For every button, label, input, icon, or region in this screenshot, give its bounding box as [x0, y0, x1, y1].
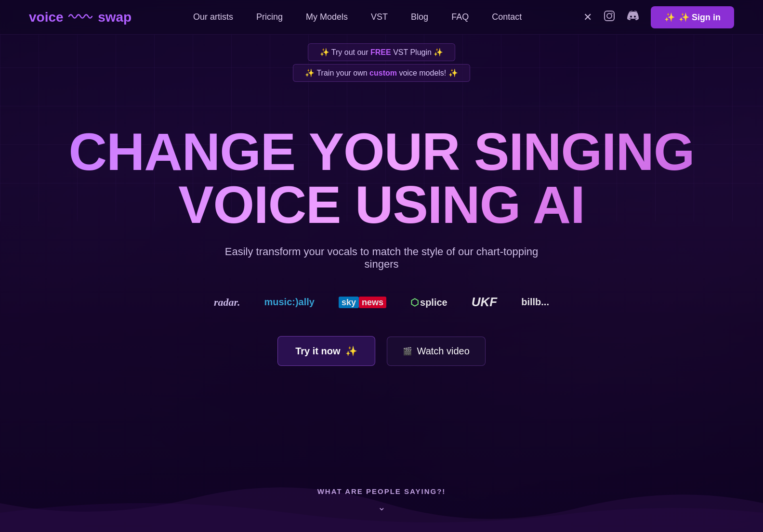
what-people-saying-label: WHAT ARE PEOPLE SAYING?!: [317, 487, 446, 495]
logo-wave-icon: [68, 10, 97, 25]
logo-text: voice swap: [29, 10, 132, 25]
hero-title-line1: CHANGE YOUR SINGING: [68, 125, 694, 178]
nav-contact[interactable]: Contact: [492, 12, 522, 22]
news-label: news: [359, 297, 386, 308]
nav-faq[interactable]: FAQ: [451, 12, 469, 22]
signin-icon: ✨: [664, 12, 675, 23]
twitter-icon[interactable]: ✕: [583, 11, 592, 24]
try-now-button[interactable]: Try it now ✨: [277, 336, 375, 366]
sky-label: sky: [339, 297, 359, 308]
hero-section: CHANGE YOUR SINGING VOICE USING AI Easil…: [0, 87, 763, 385]
hero-subtitle: Easily transform your vocals to match th…: [213, 246, 550, 271]
logo-voice: voice: [29, 10, 64, 25]
try-now-label: Try it now: [295, 346, 340, 357]
nav-vst[interactable]: VST: [371, 12, 388, 22]
press-logo-billboard: billb...: [521, 297, 549, 308]
press-logo-ukf: UKF: [472, 295, 497, 310]
hero-title-line2: VOICE USING AI: [68, 178, 694, 231]
logo-swap: swap: [98, 10, 132, 25]
press-logo-sky-news: skynews: [339, 297, 386, 308]
nav-links: Our artists Pricing My Models VST Blog F…: [193, 12, 522, 22]
watch-video-button[interactable]: 🎬 Watch video: [387, 337, 486, 366]
navbar: voice swap Our artists Pricing My Models…: [0, 0, 763, 35]
press-logo-splice: ⬡splice: [410, 297, 447, 308]
hero-title: CHANGE YOUR SINGING VOICE USING AI: [68, 125, 694, 231]
instagram-icon[interactable]: [604, 10, 615, 25]
splice-diamond-icon: ⬡: [410, 297, 419, 308]
chevron-down-icon[interactable]: ⌄: [378, 501, 386, 513]
press-logos: radar. music:)ally skynews ⬡splice UKF b…: [214, 295, 549, 310]
signin-button[interactable]: ✨ ✨ Sign in: [651, 6, 734, 28]
announcement-2: ✨ Train your own custom voice models! ✨: [293, 64, 470, 82]
nav-blog[interactable]: Blog: [411, 12, 428, 22]
signin-label: ✨ Sign in: [679, 12, 721, 23]
announcement-2-prefix: ✨ Train your own: [305, 69, 369, 77]
svg-point-2: [611, 13, 612, 13]
announcements: ✨ Try out our FREE VST Plugin ✨ ✨ Train …: [0, 35, 763, 87]
announcement-2-highlight: custom: [369, 69, 397, 77]
svg-point-1: [607, 13, 612, 18]
watch-video-label: Watch video: [417, 346, 470, 357]
press-logo-music-ally: music:)ally: [264, 297, 314, 308]
discord-icon[interactable]: [627, 11, 639, 24]
announcement-1: ✨ Try out our FREE VST Plugin ✨: [308, 43, 456, 61]
press-logo-radar: radar.: [214, 296, 240, 309]
announcement-1-prefix: ✨ Try out our: [320, 48, 370, 56]
video-play-icon: 🎬: [403, 347, 412, 356]
bottom-section: WHAT ARE PEOPLE SAYING?! ⌄: [0, 487, 763, 513]
announcement-2-suffix: voice models! ✨: [399, 69, 458, 77]
announcement-1-suffix: VST Plugin ✨: [393, 48, 443, 56]
nav-pricing[interactable]: Pricing: [256, 12, 283, 22]
nav-right: ✕ ✨ ✨ Sign in: [583, 6, 734, 28]
cta-buttons: Try it now ✨ 🎬 Watch video: [277, 336, 486, 366]
nav-our-artists[interactable]: Our artists: [193, 12, 233, 22]
svg-rect-0: [605, 11, 614, 21]
announcement-1-highlight: FREE: [370, 48, 391, 56]
logo[interactable]: voice swap: [29, 10, 132, 25]
sparkle-icon: ✨: [345, 345, 357, 357]
nav-my-models[interactable]: My Models: [306, 12, 348, 22]
